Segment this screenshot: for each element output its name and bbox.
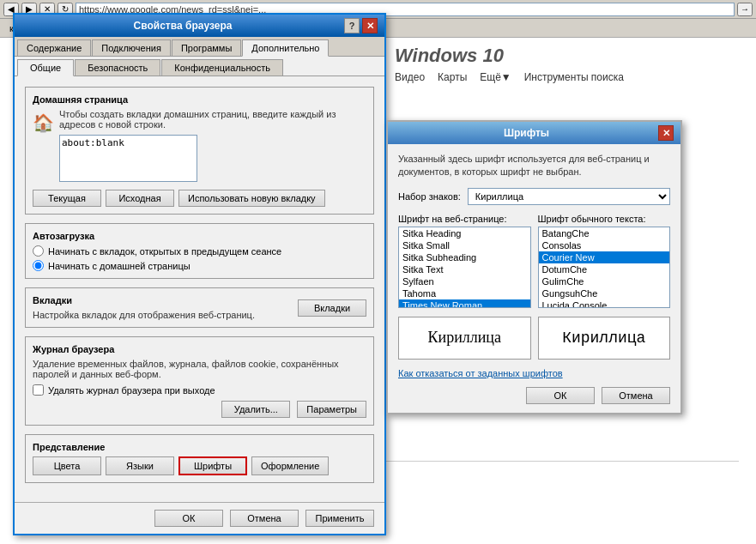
autoload-radio2[interactable] [33,260,44,271]
help-button[interactable]: ? [344,18,360,33]
charset-row: Набор знаков: Кириллица [398,188,670,205]
fonts-btn[interactable]: Шрифты [178,456,247,475]
web-font-preview: Кириллица [398,317,531,360]
subtab-privacy[interactable]: Конфиденциальность [161,59,283,76]
ok-btn-main[interactable]: ОК [154,510,223,527]
autoload-option2-label: Начинать с домашней страницы [48,261,191,271]
design-btn[interactable]: Оформление [251,456,329,475]
web-font-col: Шрифт на веб-странице: Sitka Heading Sit… [398,214,531,308]
home-page-desc: Чтобы создать вкладки домашних страниц, … [59,109,366,130]
autoload-radio1[interactable] [33,245,44,257]
nav-tools[interactable]: Инструменты поиска [524,71,624,83]
history-label: Журнал браузера [33,344,366,354]
fonts-cancel-btn[interactable]: Отмена [602,387,670,404]
font-lists-row: Шрифт на веб-странице: Sitka Heading Sit… [398,214,670,308]
autoload-option2[interactable]: Начинать с домашней страницы [33,260,366,271]
tab-connections[interactable]: Подключения [92,39,171,56]
fonts-bottom-buttons: ОК Отмена [398,387,670,404]
tab-general[interactable]: Дополнительно [242,39,329,57]
appearance-label: Представление [33,442,366,452]
history-buttons: Удалить... Параметры [33,401,366,418]
web-font-item-3[interactable]: Sitka Text [399,263,530,275]
plain-font-item-5[interactable]: GungsuhChe [539,287,670,299]
history-section: Журнал браузера Удаление временных файло… [25,336,374,426]
fonts-description: Указанный здесь шрифт используется для в… [398,153,670,179]
web-font-item-4[interactable]: Sylfaen [399,275,530,287]
plain-font-item-4[interactable]: GulimChe [539,275,670,287]
fonts-title: Шрифты [395,127,658,139]
plain-font-col: Шрифт обычного текста: BatangChe Consola… [538,214,671,308]
home-page-buttons: Текущая Исходная Использовать новую вкла… [33,190,366,207]
new-tab-btn[interactable]: Использовать новую вкладку [178,190,325,207]
dialog-body: Домашняя страница 🏠 Чтобы создать вкладк… [15,76,384,502]
history-desc: Удаление временных файлов, журнала, файл… [33,359,366,379]
tabs-section: Вкладки Настройка вкладок для отображени… [25,287,374,328]
fonts-link[interactable]: Как отказаться от заданных шрифтов [398,368,670,378]
fonts-ok-btn[interactable]: ОК [526,387,595,404]
params-btn[interactable]: Параметры [297,401,366,418]
web-font-item-2[interactable]: Sitka Subheading [399,251,530,263]
fonts-body: Указанный здесь шрифт используется для в… [388,144,680,413]
autoload-option1-label: Начинать с вкладок, открытых в предыдуще… [48,246,281,257]
home-page-section: Домашняя страница 🏠 Чтобы создать вкладк… [25,87,374,215]
autoload-section: Автозагрузка Начинать с вкладок, открыты… [25,223,374,279]
web-font-listbox[interactable]: Sitka Heading Sitka Small Sitka Subheadi… [398,227,531,308]
bottom-buttons-bar: ОК Отмена Применить [15,502,384,534]
autoload-option1[interactable]: Начинать с вкладок, открытых в предыдуще… [33,245,366,257]
web-font-item-1[interactable]: Sitka Small [399,239,530,251]
home-page-input[interactable] [59,135,197,182]
autoload-radio-group: Начинать с вкладок, открытых в предыдуще… [33,245,366,271]
nav-video[interactable]: Видео [395,71,425,83]
autoload-label: Автозагрузка [33,231,366,241]
font-preview-row: Кириллица Кириллица [398,317,670,360]
apply-btn-main[interactable]: Применить [305,510,374,527]
web-font-item-6[interactable]: Times New Roman [399,299,530,308]
home-icon: 🏠 [33,112,54,133]
tab-content[interactable]: Содержание [17,39,91,56]
languages-btn[interactable]: Языки [106,456,174,475]
web-font-item-0[interactable]: Sitka Heading [399,227,530,239]
plain-font-label: Шрифт обычного текста: [538,214,671,224]
tabs-section-desc: Настройка вкладок для отображения веб-ст… [33,310,298,320]
tab-programs[interactable]: Программы [172,39,241,56]
current-btn[interactable]: Текущая [33,190,101,207]
plain-font-listbox[interactable]: BatangChe Consolas Courier New DotumChe … [538,227,671,308]
fonts-title-bar: Шрифты ✕ [388,122,680,144]
plain-font-item-2[interactable]: Courier New [539,251,670,263]
browser-props-title-bar: Свойства браузера ? ✕ [15,15,384,37]
tabs-section-label: Вкладки [33,295,298,305]
cancel-btn-main[interactable]: Отмена [230,510,299,527]
charset-label: Набор знаков: [398,191,461,202]
nav-more[interactable]: Ещё▼ [480,71,511,83]
appearance-buttons: Цвета Языки Шрифты Оформление [33,456,366,475]
plain-font-item-0[interactable]: BatangChe [539,227,670,239]
charset-select[interactable]: Кириллица [468,188,670,205]
fonts-dialog: Шрифты ✕ Указанный здесь шрифт используе… [386,120,682,414]
plain-font-item-3[interactable]: DotumChe [539,263,670,275]
history-checkbox[interactable] [33,384,44,396]
fonts-close-button[interactable]: ✕ [658,125,674,141]
plain-font-item-1[interactable]: Consolas [539,239,670,251]
web-font-item-5[interactable]: Tahoma [399,287,530,299]
main-tab-strip: Содержание Подключения Программы Дополни… [15,37,384,57]
history-checkbox-label[interactable]: Удалять журнал браузера при выходе [33,384,366,396]
plain-font-preview: Кириллица [538,317,671,360]
close-button[interactable]: ✕ [362,18,378,33]
original-btn[interactable]: Исходная [106,190,174,207]
colors-btn[interactable]: Цвета [33,456,101,475]
history-checkbox-text: Удалять журнал браузера при выходе [48,385,215,396]
plain-font-item-6[interactable]: Lucida Console [539,299,670,308]
home-page-label: Домашняя страница [33,94,366,105]
tabs-settings-btn[interactable]: Вкладки [298,299,366,317]
appearance-section: Представление Цвета Языки Шрифты Оформле… [25,434,374,483]
sub-tab-strip: Общие Безопасность Конфиденциальность [15,57,384,76]
subtab-security[interactable]: Безопасность [75,59,160,76]
browser-props-dialog: Свойства браузера ? ✕ Содержание Подключ… [13,13,386,535]
go-btn[interactable]: → [737,3,753,16]
web-font-label: Шрифт на веб-странице: [398,214,531,224]
subtab-general[interactable]: Общие [17,59,74,76]
nav-maps[interactable]: Карты [438,71,467,83]
browser-props-title: Свойства браузера [21,20,344,32]
delete-btn[interactable]: Удалить... [221,401,290,418]
